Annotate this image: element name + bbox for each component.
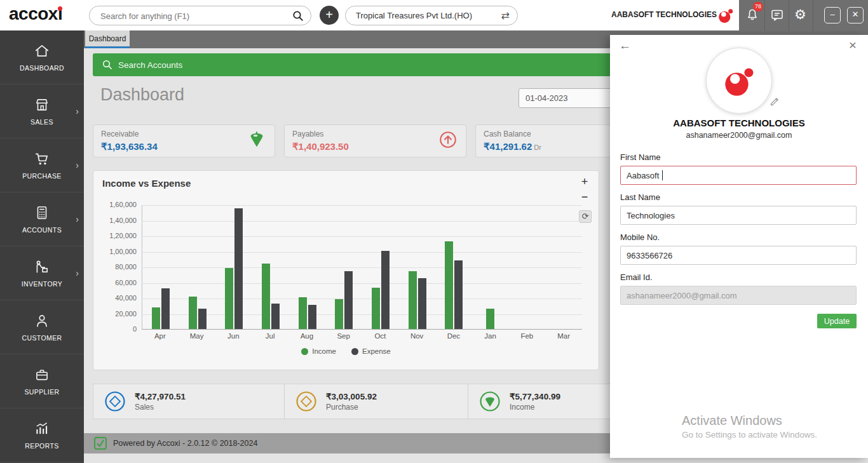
income-bar (152, 307, 160, 329)
chart-zoom-in-button[interactable]: + (578, 175, 592, 189)
income-bar (299, 297, 307, 329)
summary-value: ₹5,77,340.99 (510, 391, 560, 401)
top-bar: accoxi + Tropical Treasures Pvt Ltd.(HO)… (0, 0, 868, 30)
expense-bar (271, 304, 280, 329)
purchase-diamond-icon (295, 390, 318, 413)
submenu-chevron-icon: › (76, 106, 79, 116)
account-menu[interactable]: AABASOFT TECHNOLOGIES▸ (611, 10, 724, 19)
quick-add-button[interactable]: + (320, 6, 339, 25)
sidebar-item-customer[interactable]: CUSTOMER (0, 300, 84, 354)
expense-bar (454, 260, 463, 329)
company-selector[interactable]: Tropical Treasures Pvt Ltd.(HO) ⇄ (345, 6, 518, 25)
date-value: 01-04-2023 (526, 93, 568, 103)
expense-bar (234, 208, 243, 329)
bar-group-sep (325, 205, 362, 329)
close-icon[interactable]: × (849, 37, 857, 53)
mobile-field[interactable] (620, 246, 857, 265)
income-expense-chart-card: Income vs Expense + − ⟳ 1,60,0001,40,000… (93, 170, 599, 370)
tray-divider (813, 0, 813, 30)
bar-group-nov (399, 205, 436, 329)
back-arrow-icon[interactable]: ← (619, 39, 631, 53)
tab-dashboard[interactable]: Dashboard (85, 30, 130, 48)
profile-company-name: AABASOFT TECHNOLOGIES (610, 117, 868, 128)
sidebar-item-reports[interactable]: REPORTS (0, 408, 84, 462)
accoxi-app: accoxi + Tropical Treasures Pvt Ltd.(HO)… (0, 0, 868, 463)
legend-item-income: Income (301, 347, 336, 355)
sidebar-item-accounts[interactable]: ACCOUNTS › (0, 192, 84, 246)
income-top-icon (478, 390, 501, 413)
expense-bar (161, 288, 170, 329)
chart-zoom-out-button[interactable]: − (578, 190, 592, 204)
account-name: AABASOFT TECHNOLOGIES (611, 10, 717, 19)
category-label: Jul (252, 332, 288, 340)
income-bar (335, 299, 343, 329)
bar-group-apr (142, 205, 179, 329)
y-tick-label: 1,20,000 (96, 232, 137, 239)
card-value: ₹1,40,923.50 (292, 141, 349, 152)
cart-icon (34, 151, 50, 167)
global-search-input[interactable] (100, 8, 288, 24)
first-name-field[interactable] (620, 166, 857, 185)
chart-y-axis: 1,60,0001,40,0001,20,0001,00,00080,00060… (96, 205, 137, 330)
summary-label: Purchase (326, 403, 377, 412)
sidebar-item-inventory[interactable]: INVENTORY › (0, 246, 84, 300)
expense-bar (418, 278, 426, 329)
y-tick-label: 1,60,000 (96, 201, 137, 208)
category-label: Apr (142, 332, 179, 340)
settings-gear-icon[interactable]: ⚙ (794, 6, 806, 23)
search-accounts-label: Search Accounts (118, 60, 182, 70)
sidebar-item-label: REPORTS (25, 442, 58, 450)
legend-dot (301, 348, 308, 355)
summary-value: ₹3,03,005.92 (326, 391, 377, 401)
receivable-card[interactable]: Receivable ₹1,93,636.34 (93, 124, 275, 158)
page-title: Dashboard (100, 85, 184, 105)
category-label: Feb (509, 332, 546, 340)
payables-card[interactable]: Payables ₹1,40,923.50 (284, 124, 466, 158)
card-value: ₹41,291.62Dr (484, 141, 541, 152)
sidebar-item-label: SALES (31, 118, 53, 126)
sales-summary[interactable]: ₹4,27,970.51Sales (93, 384, 285, 419)
y-tick-label: 0 (96, 325, 137, 333)
edit-avatar-pencil-icon[interactable] (770, 96, 780, 109)
person-icon (34, 312, 50, 329)
window-minimize-button[interactable]: – (824, 7, 841, 23)
sidebar-item-sales[interactable]: SALES › (0, 84, 84, 138)
search-icon[interactable] (292, 10, 304, 24)
sidebar-item-label: ACCOUNTS (22, 226, 62, 234)
income-bar (372, 288, 380, 329)
expense-bar (381, 251, 390, 329)
card-amount: ₹41,291.62 (484, 141, 532, 152)
y-tick-label: 1,00,000 (96, 248, 137, 255)
summary-label: Sales (135, 403, 186, 412)
accoxi-logo[interactable]: accoxi (9, 4, 62, 24)
email-label: Email Id. (620, 272, 857, 282)
profile-panel: ← × AABASOFT TECHNOLOGIES ashanameer2000… (610, 35, 868, 458)
activate-windows-subtext: Go to Settings to activate Windows. (682, 430, 817, 440)
last-name-label: Last Name (620, 192, 857, 202)
last-name-field[interactable] (620, 206, 857, 225)
activate-windows-watermark: Activate Windows (682, 413, 782, 428)
switch-company-icon[interactable]: ⇄ (501, 6, 510, 25)
sidebar-item-dashboard[interactable]: DASHBOARD (0, 30, 84, 84)
purchase-summary[interactable]: ₹3,03,005.92Purchase (285, 384, 468, 419)
company-avatar[interactable] (706, 48, 772, 114)
window-close-button[interactable]: ✕ (847, 7, 864, 23)
chart-x-axis: AprMayJunJulAugSepOctNovDecJanFebMar (142, 332, 582, 340)
expense-bar (198, 309, 207, 329)
company-name: Tropical Treasures Pvt Ltd.(HO) (356, 11, 472, 20)
category-label: Jun (215, 332, 252, 340)
income-bar (486, 309, 494, 329)
update-button[interactable]: Update (817, 314, 857, 328)
summary-label: Income (510, 403, 560, 412)
legend-dot (351, 348, 358, 355)
expense-bar (308, 305, 316, 329)
bar-group-oct (362, 205, 399, 329)
briefcase-icon (34, 366, 50, 383)
feedback-message-icon[interactable] (770, 8, 785, 25)
y-tick-label: 80,000 (96, 263, 137, 271)
account-avatar-icon[interactable] (717, 6, 735, 24)
sidebar-item-purchase[interactable]: PURCHASE › (0, 138, 84, 192)
sidebar-item-supplier[interactable]: SUPPLIER (0, 354, 84, 408)
chart-plot-area (142, 205, 582, 330)
category-label: Mar (545, 332, 582, 340)
